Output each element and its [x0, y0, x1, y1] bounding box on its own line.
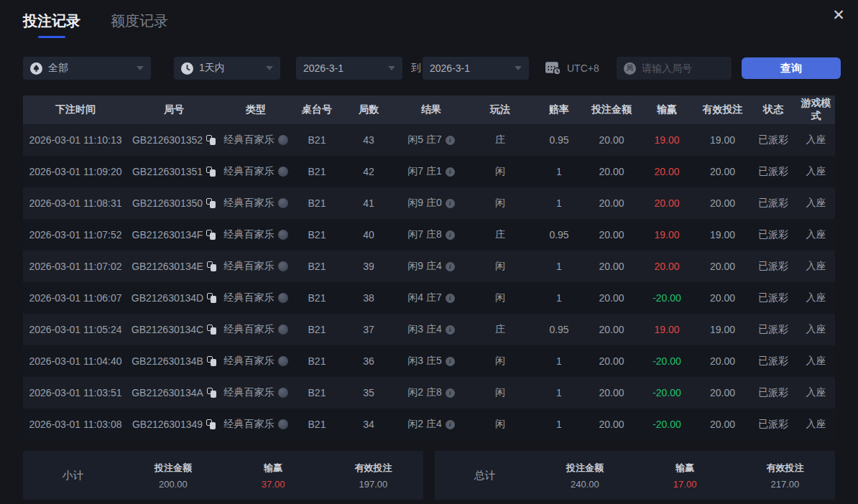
cell-round_no: 34: [342, 419, 395, 430]
cell-time: 2026-03-01 11:05:24: [23, 324, 128, 335]
cell-time: 2026-03-01 11:07:52: [23, 229, 128, 241]
copy-icon[interactable]: [207, 261, 216, 271]
cell-play: 庄: [467, 228, 533, 241]
video-icon[interactable]: [278, 419, 288, 429]
query-button[interactable]: 查询: [742, 57, 841, 79]
cell-valid_bet: 19.00: [696, 324, 749, 335]
copy-icon[interactable]: [206, 419, 216, 429]
cell-mode: 入座: [797, 260, 835, 273]
cell-result: 闲4 庄7i: [395, 291, 467, 304]
date-from-dropdown[interactable]: 2026-3-1: [296, 57, 402, 80]
cell-result: 闲9 庄4i: [395, 260, 467, 273]
summary-bar: 小计 投注金额 200.00 输赢 37.00 有效投注 197.00 总计 投…: [23, 451, 835, 500]
cell-status: 已派彩: [749, 197, 797, 210]
video-icon[interactable]: [278, 230, 288, 240]
cell-table_no: B21: [292, 355, 342, 367]
video-icon[interactable]: [278, 167, 288, 177]
video-icon[interactable]: [278, 325, 288, 335]
info-icon[interactable]: i: [446, 420, 455, 429]
video-icon[interactable]: [278, 293, 288, 303]
column-header-9: 输赢: [638, 103, 696, 116]
cell-valid_bet: 20.00: [696, 292, 749, 304]
column-header-5: 结果: [395, 103, 467, 116]
time-range-dropdown[interactable]: 1天内: [174, 57, 280, 80]
copy-icon[interactable]: [206, 135, 216, 145]
cell-odds: 1: [533, 355, 585, 367]
cell-round_id: GB212630134A: [128, 387, 220, 398]
cell-win_lose: -20.00: [638, 387, 696, 398]
cell-result: 闲5 庄7i: [395, 134, 467, 146]
cell-round_no: 41: [342, 197, 395, 209]
info-icon[interactable]: i: [446, 294, 455, 303]
cell-win_lose: -20.00: [638, 292, 696, 304]
cell-play: 闲: [467, 386, 533, 399]
info-icon[interactable]: i: [446, 388, 455, 398]
cell-win_lose: 19.00: [638, 134, 696, 146]
cell-bet: 20.00: [585, 324, 638, 335]
total-bet: 投注金额 240.00: [535, 462, 635, 490]
video-icon[interactable]: [278, 261, 288, 271]
column-header-4: 局数: [342, 103, 395, 116]
cell-table_no: B21: [292, 134, 342, 146]
subtotal-label: 小计: [23, 469, 123, 482]
cell-result: 闲3 庄5i: [395, 355, 467, 368]
cell-type: 经典百家乐: [220, 418, 292, 431]
total-box: 总计 投注金额 240.00 输赢 17.00 有效投注 217.00: [435, 451, 835, 500]
subtotal-valid-bet: 有效投注 197.00: [323, 462, 423, 490]
clock-icon: [181, 62, 193, 75]
video-icon[interactable]: [278, 388, 288, 398]
cell-round_id: GB212630134D: [128, 292, 220, 304]
copy-icon[interactable]: [206, 167, 216, 177]
cell-type: 经典百家乐: [220, 165, 292, 178]
video-icon[interactable]: [278, 198, 288, 208]
cell-bet: 20.00: [585, 419, 638, 430]
info-icon[interactable]: i: [446, 230, 455, 240]
info-icon[interactable]: i: [446, 136, 455, 145]
cell-valid_bet: 20.00: [696, 355, 749, 367]
info-icon[interactable]: i: [446, 357, 455, 366]
cell-type: 经典百家乐: [220, 386, 292, 399]
cell-win_lose: 20.00: [638, 166, 696, 177]
copy-icon[interactable]: [206, 230, 216, 240]
copy-icon[interactable]: [207, 325, 216, 335]
table-row: 2026-03-01 11:04:40GB212630134B经典百家乐B213…: [23, 345, 835, 377]
cell-type: 经典百家乐: [220, 355, 292, 368]
table-row: 2026-03-01 11:06:07GB212630134D经典百家乐B213…: [23, 282, 835, 314]
cell-bet: 20.00: [585, 134, 638, 146]
subtotal-bet: 投注金额 200.00: [123, 462, 223, 490]
table-row: 2026-03-01 11:10:13GB2126301352经典百家乐B214…: [23, 124, 835, 156]
cell-round_id: GB2126301349: [128, 419, 220, 430]
date-to-value: 2026-3-1: [430, 62, 509, 74]
close-icon[interactable]: ✕: [828, 4, 849, 26]
info-icon[interactable]: i: [446, 199, 455, 208]
date-to-dropdown[interactable]: 2026-3-1: [423, 57, 529, 80]
copy-icon[interactable]: [206, 198, 216, 208]
video-icon[interactable]: [278, 135, 288, 145]
cell-time: 2026-03-01 11:09:20: [23, 166, 128, 177]
info-icon[interactable]: i: [446, 325, 455, 335]
tab-quota-records[interactable]: 额度记录: [111, 11, 168, 38]
info-icon[interactable]: i: [446, 167, 455, 177]
game-type-value: 全部: [48, 62, 131, 75]
round-search-field[interactable]: 局: [617, 57, 732, 80]
game-type-dropdown[interactable]: 全部: [23, 57, 151, 80]
tab-betting-records[interactable]: 投注记录: [23, 11, 80, 38]
info-icon[interactable]: i: [446, 262, 455, 271]
cell-table_no: B21: [292, 166, 342, 177]
cell-mode: 入座: [797, 418, 835, 431]
table-row: 2026-03-01 11:07:52GB212630134F经典百家乐B214…: [23, 219, 835, 251]
table-header-row: 下注时间局号类型桌台号局数结果玩法赔率投注金额输赢有效投注状态游戏模式: [23, 95, 835, 124]
video-icon[interactable]: [278, 356, 288, 366]
column-header-12: 游戏模式: [797, 97, 835, 123]
cell-status: 已派彩: [749, 386, 797, 399]
copy-icon[interactable]: [207, 388, 216, 398]
copy-icon[interactable]: [207, 293, 216, 303]
cell-round_no: 39: [342, 261, 395, 272]
cell-round_id: GB212630134B: [128, 355, 220, 367]
total-winlose: 输赢 17.00: [635, 462, 735, 490]
copy-icon[interactable]: [207, 356, 216, 366]
cell-play: 闲: [467, 165, 533, 178]
round-search-input[interactable]: [642, 62, 724, 74]
column-header-8: 投注金额: [585, 103, 638, 116]
cell-type: 经典百家乐: [220, 323, 292, 336]
